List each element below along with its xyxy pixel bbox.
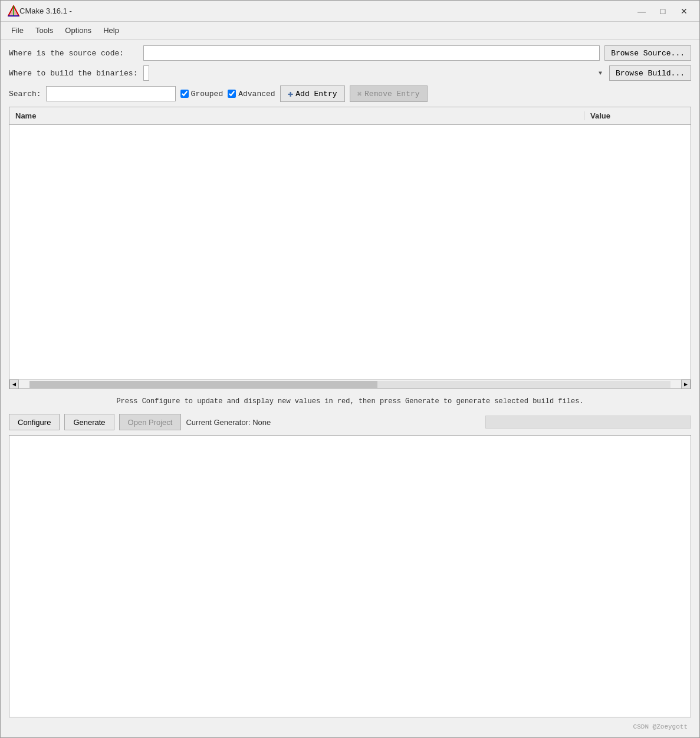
scroll-right-button[interactable]: ▶ <box>681 380 691 389</box>
scrollbar-thumb[interactable] <box>29 381 377 388</box>
maximize-button[interactable]: □ <box>655 5 671 18</box>
watermark: CSDN @Zoeygott <box>9 722 691 732</box>
advanced-label: Advanced <box>238 90 275 98</box>
source-label: Where is the source code: <box>9 49 139 58</box>
search-row: Search: Grouped Advanced ✚ Add Entry ✖ R… <box>9 85 691 102</box>
cmake-logo-icon <box>8 5 19 17</box>
generate-button[interactable]: Generate <box>64 414 114 430</box>
source-row: Where is the source code: Browse Source.… <box>9 45 691 61</box>
menu-tools[interactable]: Tools <box>29 24 59 37</box>
remove-entry-label: Remove Entry <box>364 90 420 98</box>
minimize-button[interactable]: — <box>633 5 650 18</box>
action-row: Configure Generate Open Project Current … <box>9 414 691 430</box>
build-select[interactable] <box>143 65 149 81</box>
main-window: CMake 3.16.1 - — □ ✕ File Tools Options … <box>0 0 700 738</box>
output-area[interactable] <box>9 435 691 717</box>
grouped-label: Grouped <box>191 90 224 98</box>
build-combo-wrapper: ▼ <box>143 65 604 81</box>
configure-button[interactable]: Configure <box>9 414 60 430</box>
combo-arrow-icon: ▼ <box>599 70 602 77</box>
advanced-checkbox-label[interactable]: Advanced <box>228 90 275 98</box>
table-container: Name Value ◀ ▶ <box>9 107 691 389</box>
title-bar: CMake 3.16.1 - — □ ✕ <box>1 1 699 22</box>
browse-source-button[interactable]: Browse Source... <box>604 45 691 61</box>
remove-x-icon: ✖ <box>357 89 362 99</box>
info-text: Press Configure to update and display ne… <box>9 394 691 409</box>
plus-icon: ✚ <box>288 88 294 100</box>
browse-build-button[interactable]: Browse Build... <box>609 65 691 81</box>
menu-bar: File Tools Options Help <box>1 22 699 39</box>
main-content: Where is the source code: Browse Source.… <box>1 39 699 737</box>
table-header: Name Value <box>9 107 691 125</box>
table-body[interactable] <box>9 125 691 379</box>
progress-bar <box>485 416 691 429</box>
close-button[interactable]: ✕ <box>676 5 692 18</box>
window-title: CMake 3.16.1 - <box>19 6 633 15</box>
add-entry-button[interactable]: ✚ Add Entry <box>280 85 345 102</box>
search-label: Search: <box>9 90 41 98</box>
remove-entry-button: ✖ Remove Entry <box>350 85 428 102</box>
menu-options[interactable]: Options <box>59 24 97 37</box>
table-col-name: Name <box>9 111 584 120</box>
build-label: Where to build the binaries: <box>9 69 139 78</box>
table-col-value: Value <box>584 111 691 120</box>
add-entry-label: Add Entry <box>295 90 337 98</box>
build-row: Where to build the binaries: ▼ Browse Bu… <box>9 65 691 81</box>
source-input[interactable] <box>143 45 600 61</box>
scrollbar-track[interactable] <box>29 381 671 388</box>
grouped-checkbox-label[interactable]: Grouped <box>180 90 224 98</box>
horizontal-scrollbar[interactable]: ◀ ▶ <box>9 379 691 388</box>
window-controls: — □ ✕ <box>633 5 692 18</box>
search-input[interactable] <box>46 86 176 101</box>
grouped-checkbox[interactable] <box>180 90 189 98</box>
open-project-button: Open Project <box>119 414 182 430</box>
advanced-checkbox[interactable] <box>228 90 236 98</box>
scroll-left-button[interactable]: ◀ <box>9 380 19 389</box>
menu-help[interactable]: Help <box>97 24 125 37</box>
menu-file[interactable]: File <box>5 24 29 37</box>
current-generator-label: Current Generator: None <box>186 418 271 427</box>
